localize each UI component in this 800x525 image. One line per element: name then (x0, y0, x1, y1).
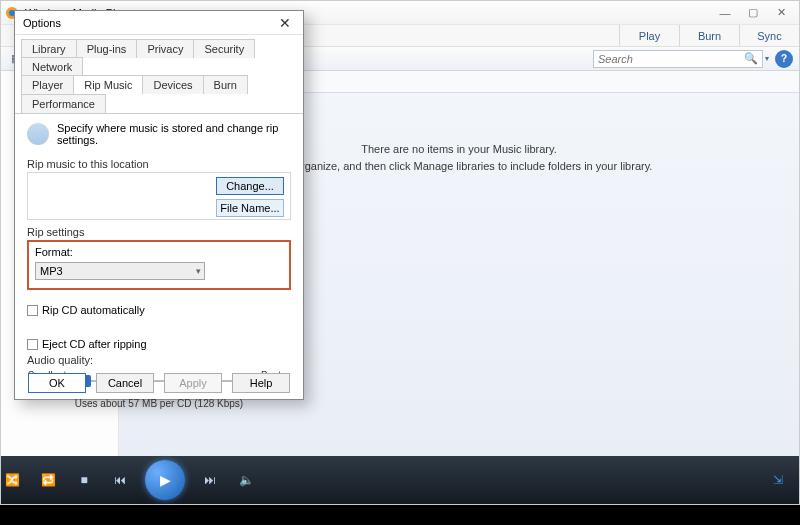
stop-icon[interactable]: ■ (73, 469, 95, 491)
search-input[interactable] (598, 53, 744, 65)
rip-icon (27, 123, 49, 145)
audio-quality-label: Audio quality: (27, 354, 291, 366)
help-button[interactable]: ? (775, 50, 793, 68)
change-button[interactable]: Change... (216, 177, 284, 195)
repeat-icon[interactable]: 🔁 (37, 469, 59, 491)
dialog-close-button[interactable]: ✕ (275, 13, 295, 33)
tab-player[interactable]: Player (21, 75, 74, 94)
rip-auto-row[interactable]: Rip CD automatically (27, 304, 291, 316)
eject-label: Eject CD after ripping (42, 338, 147, 350)
prev-icon[interactable]: ⏮ (109, 469, 131, 491)
dialog-title: Options (23, 17, 61, 29)
ok-button[interactable]: OK (28, 373, 86, 393)
play-tab[interactable]: Play (619, 25, 679, 46)
format-label: Format: (35, 246, 283, 258)
format-highlight: Format: MP3 ▾ (27, 240, 291, 290)
format-value: MP3 (40, 265, 63, 277)
dialog-button-row: OK Cancel Apply Help (15, 373, 303, 393)
black-bottom-bar (0, 505, 800, 525)
tab-security[interactable]: Security (193, 39, 255, 58)
rip-auto-checkbox[interactable] (27, 305, 38, 316)
dialog-body: Specify where music is stored and change… (15, 114, 303, 415)
tab-devices[interactable]: Devices (142, 75, 203, 94)
tab-plugins[interactable]: Plug-ins (76, 39, 138, 58)
maximize-button[interactable]: ▢ (739, 4, 767, 22)
window-buttons: — ▢ ✕ (711, 4, 795, 22)
tab-rip-music[interactable]: Rip Music (73, 75, 143, 94)
intro-row: Specify where music is stored and change… (27, 122, 291, 152)
tab-library[interactable]: Library (21, 39, 77, 58)
tab-network[interactable]: Network (21, 57, 83, 76)
search-box[interactable]: 🔍 (593, 50, 763, 68)
rip-location-group: Change... File Name... (27, 172, 291, 220)
playback-bar: 🔀 🔁 ■ ⏮ ▶ ⏭ 🔈 ⇲ (1, 456, 799, 504)
chevron-down-icon: ▾ (196, 266, 201, 276)
help-button[interactable]: Help (232, 373, 290, 393)
play-button[interactable]: ▶ (145, 460, 185, 500)
bitrate-note: Uses about 57 MB per CD (128 Kbps) (27, 398, 291, 409)
rip-settings-label: Rip settings (27, 226, 291, 238)
shuffle-icon[interactable]: 🔀 (1, 469, 23, 491)
eject-checkbox[interactable] (27, 339, 38, 350)
rip-auto-label: Rip CD automatically (42, 304, 145, 316)
now-playing-icon[interactable]: ⇲ (767, 469, 789, 491)
search-dropdown-icon[interactable]: ▾ (765, 54, 769, 63)
minimize-button[interactable]: — (711, 4, 739, 22)
tab-privacy[interactable]: Privacy (136, 39, 194, 58)
search-icon: 🔍 (744, 52, 758, 65)
next-icon[interactable]: ⏭ (199, 469, 221, 491)
eject-row[interactable]: Eject CD after ripping (27, 338, 291, 350)
tab-performance[interactable]: Performance (21, 94, 106, 113)
dialog-tabs: Library Plug-ins Privacy Security Networ… (15, 35, 303, 114)
apply-button[interactable]: Apply (164, 373, 222, 393)
cancel-button[interactable]: Cancel (96, 373, 154, 393)
dialog-titlebar: Options ✕ (15, 11, 303, 35)
mute-icon[interactable]: 🔈 (235, 469, 257, 491)
options-dialog: Options ✕ Library Plug-ins Privacy Secur… (14, 10, 304, 400)
burn-tab[interactable]: Burn (679, 25, 739, 46)
sync-tab[interactable]: Sync (739, 25, 799, 46)
tab-burn[interactable]: Burn (203, 75, 248, 94)
file-name-button[interactable]: File Name... (216, 199, 284, 217)
window-close-button[interactable]: ✕ (767, 4, 795, 22)
rip-location-label: Rip music to this location (27, 158, 291, 170)
format-select[interactable]: MP3 ▾ (35, 262, 205, 280)
intro-text: Specify where music is stored and change… (57, 122, 291, 146)
